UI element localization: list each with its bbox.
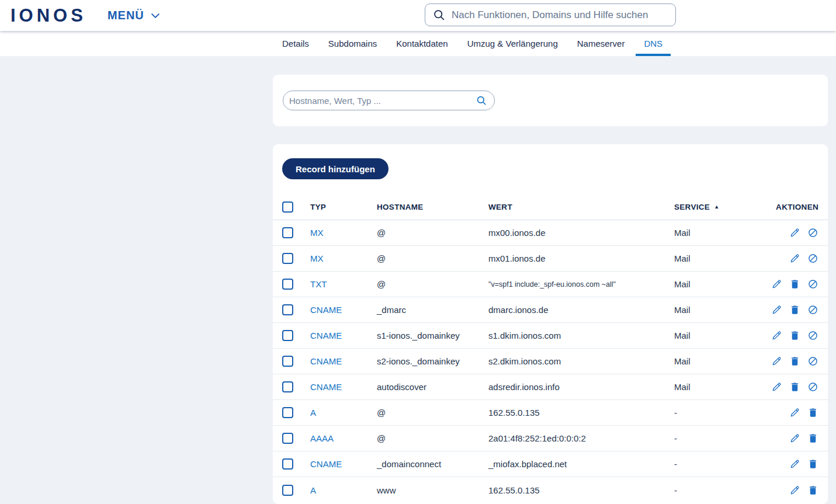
column-header-hostname[interactable]: HOSTNAME <box>377 203 488 211</box>
row-checkbox[interactable] <box>282 381 293 392</box>
row-checkbox[interactable] <box>282 227 293 238</box>
edit-icon[interactable] <box>789 485 800 496</box>
add-record-button[interactable]: Record hinzufügen <box>282 158 388 179</box>
disable-icon[interactable] <box>807 253 818 264</box>
record-actions <box>771 458 818 470</box>
record-actions <box>771 227 818 238</box>
table-row: MX @ mx00.ionos.de Mail <box>273 220 828 246</box>
row-checkbox[interactable] <box>282 253 293 264</box>
row-checkbox[interactable] <box>282 407 293 418</box>
tab-details[interactable]: Details <box>282 31 309 56</box>
edit-icon[interactable] <box>789 407 800 418</box>
edit-icon[interactable] <box>771 381 782 392</box>
row-checkbox[interactable] <box>282 433 293 444</box>
table-row: A www 162.55.0.135 - <box>273 477 828 503</box>
table-header-row: TYP HOSTNAME WERT SERVICE▲ AKTIONEN <box>273 194 828 220</box>
column-header-typ[interactable]: TYP <box>310 203 377 211</box>
record-hostname: @ <box>377 408 488 418</box>
tab-umzug-verl-ngerung[interactable]: Umzug & Verlängerung <box>467 31 558 56</box>
record-service: Mail <box>674 305 771 315</box>
record-type[interactable]: CNAME <box>310 305 377 315</box>
ionos-logo[interactable]: IONOS <box>11 6 86 25</box>
chevron-down-icon <box>150 10 161 22</box>
delete-icon[interactable] <box>807 433 818 444</box>
filter-search-icon[interactable] <box>476 95 487 106</box>
record-value: adsredir.ionos.info <box>488 382 674 392</box>
delete-icon[interactable] <box>807 458 818 470</box>
menu-button[interactable]: MENÜ <box>107 9 161 22</box>
record-type[interactable]: A <box>310 485 377 495</box>
column-header-aktionen: AKTIONEN <box>771 203 818 211</box>
edit-icon[interactable] <box>771 330 782 341</box>
column-header-service-label: SERVICE <box>674 203 710 211</box>
record-actions <box>771 253 818 264</box>
disable-icon[interactable] <box>807 381 818 392</box>
row-checkbox[interactable] <box>282 485 293 496</box>
record-actions <box>771 330 818 341</box>
record-type[interactable]: CNAME <box>310 356 377 366</box>
tab-kontaktdaten[interactable]: Kontaktdaten <box>396 31 448 56</box>
record-actions <box>771 433 818 444</box>
edit-icon[interactable] <box>789 227 800 238</box>
column-header-service[interactable]: SERVICE▲ <box>674 203 771 211</box>
record-hostname: autodiscover <box>377 382 488 392</box>
top-header: IONOS MENÜ <box>0 0 836 31</box>
record-type[interactable]: A <box>310 408 377 418</box>
global-search-input[interactable] <box>452 9 668 21</box>
record-filter-input[interactable] <box>289 96 476 106</box>
edit-icon[interactable] <box>789 433 800 444</box>
disable-icon[interactable] <box>807 227 818 238</box>
edit-icon[interactable] <box>771 304 782 315</box>
record-value: mx01.ionos.de <box>488 253 674 263</box>
record-value: _miofax.bplaced.net <box>488 459 674 469</box>
tab-nameserver[interactable]: Nameserver <box>577 31 625 56</box>
record-type[interactable]: TXT <box>310 279 377 289</box>
row-checkbox[interactable] <box>282 304 293 315</box>
record-type[interactable]: MX <box>310 228 377 238</box>
edit-icon[interactable] <box>789 253 800 264</box>
delete-icon[interactable] <box>789 356 800 367</box>
delete-icon[interactable] <box>789 279 800 290</box>
record-actions <box>771 407 818 418</box>
record-service: Mail <box>674 382 771 392</box>
delete-icon[interactable] <box>789 381 800 392</box>
delete-icon[interactable] <box>789 304 800 315</box>
edit-icon[interactable] <box>789 458 800 470</box>
table-row: AAAA @ 2a01:4f8:252:1ed:0:0:0:2 - <box>273 426 828 451</box>
row-checkbox[interactable] <box>282 458 293 470</box>
row-checkbox[interactable] <box>282 330 293 341</box>
record-type[interactable]: CNAME <box>310 382 377 392</box>
disable-icon[interactable] <box>807 304 818 315</box>
delete-icon[interactable] <box>807 407 818 418</box>
record-type[interactable]: CNAME <box>310 331 377 340</box>
column-header-wert[interactable]: WERT <box>488 203 674 211</box>
table-body: MX @ mx00.ionos.de Mail MX @ mx01.ionos.… <box>273 220 828 503</box>
record-type[interactable]: AAAA <box>310 433 377 443</box>
row-checkbox[interactable] <box>282 279 293 290</box>
table-row: CNAME _domainconnect _miofax.bplaced.net… <box>273 451 828 477</box>
disable-icon[interactable] <box>807 356 818 367</box>
disable-icon[interactable] <box>807 279 818 290</box>
tab-dns[interactable]: DNS <box>644 31 662 56</box>
record-service: - <box>674 459 771 469</box>
row-checkbox[interactable] <box>282 356 293 367</box>
record-value: "v=spf1 include:_spf-eu.ionos.com ~all" <box>488 280 674 289</box>
record-service: Mail <box>674 331 771 340</box>
record-value: 162.55.0.135 <box>488 408 674 418</box>
record-service: - <box>674 408 771 418</box>
disable-icon[interactable] <box>807 330 818 341</box>
delete-icon[interactable] <box>789 330 800 341</box>
record-type[interactable]: MX <box>310 253 377 263</box>
record-service: - <box>674 485 771 495</box>
table-row: CNAME _dmarc dmarc.ionos.de Mail <box>273 297 828 323</box>
tab-subdomains[interactable]: Subdomains <box>328 31 377 56</box>
table-row: TXT @ "v=spf1 include:_spf-eu.ionos.com … <box>273 272 828 297</box>
record-type[interactable]: CNAME <box>310 459 377 469</box>
record-value: 2a01:4f8:252:1ed:0:0:0:2 <box>488 433 674 443</box>
edit-icon[interactable] <box>771 356 782 367</box>
delete-icon[interactable] <box>807 485 818 496</box>
edit-icon[interactable] <box>771 279 782 290</box>
select-all-checkbox[interactable] <box>282 201 293 213</box>
record-actions <box>771 381 818 392</box>
record-value: dmarc.ionos.de <box>488 305 674 315</box>
